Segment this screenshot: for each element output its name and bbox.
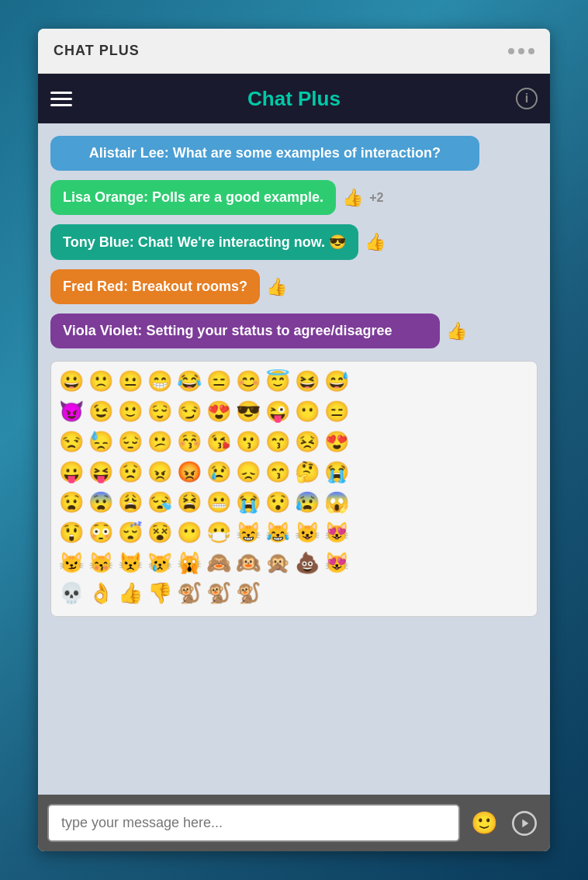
emoji-😸[interactable]: 😸 — [234, 519, 262, 546]
emoji-😝[interactable]: 😝 — [87, 459, 115, 486]
emoji-😱[interactable]: 😱 — [323, 489, 351, 516]
emoji-😞[interactable]: 😞 — [234, 459, 262, 486]
message-input[interactable] — [47, 804, 460, 842]
emoji-😈[interactable]: 😈 — [57, 398, 85, 425]
emoji-😭2[interactable]: 😭 — [234, 489, 262, 516]
emoji-😭[interactable]: 😭 — [323, 459, 351, 486]
emoji-😻[interactable]: 😻 — [323, 519, 351, 546]
emoji-😲[interactable]: 😲 — [57, 519, 85, 546]
emoji-😌[interactable]: 😌 — [146, 398, 174, 425]
message-text-viola: Viola Violet: Setting your status to agr… — [63, 323, 392, 338]
emoji-😂[interactable]: 😂 — [175, 368, 203, 395]
message-text-tony: Tony Blue: Chat! We're interacting now. … — [63, 234, 346, 250]
message-row-tony: Tony Blue: Chat! We're interacting now. … — [50, 224, 538, 260]
send-button[interactable] — [508, 807, 541, 840]
emoji-😏[interactable]: 😏 — [175, 398, 203, 425]
emoji-😪[interactable]: 😪 — [146, 489, 174, 516]
dot-3 — [528, 48, 534, 54]
message-row-viola: Viola Violet: Setting your status to agr… — [50, 314, 538, 348]
emoji-😚[interactable]: 😚 — [175, 428, 203, 456]
like-button-viola[interactable]: 👍 — [446, 321, 467, 341]
emoji-😁[interactable]: 😁 — [146, 368, 174, 395]
emoji-😴[interactable]: 😴 — [116, 519, 144, 546]
emoji-💩[interactable]: 💩 — [293, 549, 321, 577]
message-bubble-lisa: Lisa Orange: Polls are a good example. — [50, 180, 336, 215]
input-area: 🙂 — [38, 795, 550, 851]
emoji-👎[interactable]: 👎 — [146, 580, 174, 607]
emoji-🙀[interactable]: 🙀 — [175, 549, 203, 577]
emoji-🐒3[interactable]: 🐒 — [234, 580, 262, 607]
emoji-😙2[interactable]: 😙 — [264, 459, 292, 486]
emoji-😔[interactable]: 😔 — [116, 428, 144, 456]
like-count-lisa: +2 — [369, 191, 383, 205]
emoji-😘[interactable]: 😘 — [205, 428, 233, 456]
emoji-😺[interactable]: 😺 — [293, 519, 321, 546]
emoji-😽[interactable]: 😽 — [87, 549, 115, 577]
emoji-😒[interactable]: 😒 — [57, 428, 85, 456]
emoji-😐[interactable]: 😐 — [116, 368, 144, 395]
emoji-😨[interactable]: 😨 — [87, 489, 115, 516]
hamburger-line-2 — [50, 98, 72, 100]
emoji-😑[interactable]: 😑 — [205, 368, 233, 395]
emoji-😇[interactable]: 😇 — [264, 368, 292, 395]
emoji-🙈[interactable]: 🙈 — [205, 549, 233, 577]
emoji-😗[interactable]: 😗 — [234, 428, 262, 456]
emoji-😜[interactable]: 😜 — [264, 398, 292, 425]
emoji-😵[interactable]: 😵 — [146, 519, 174, 546]
emoji-🐒1[interactable]: 🐒 — [175, 580, 203, 607]
emoji-😬[interactable]: 😬 — [205, 489, 233, 516]
emoji-🙁[interactable]: 🙁 — [87, 368, 115, 395]
emoji-😼[interactable]: 😼 — [57, 549, 85, 577]
chat-area: Alistair Lee: What are some examples of … — [38, 123, 550, 795]
emoji-😢[interactable]: 😢 — [205, 459, 233, 486]
emoji-button[interactable]: 🙂 — [468, 807, 500, 840]
emoji-😧[interactable]: 😧 — [57, 489, 85, 516]
emoji-😓[interactable]: 😓 — [87, 428, 115, 456]
title-bar: CHAT PLUS — [38, 29, 550, 74]
emoji-😍[interactable]: 😍 — [205, 398, 233, 425]
emoji-😡[interactable]: 😡 — [175, 459, 203, 486]
emoji-😉[interactable]: 😉 — [87, 398, 115, 425]
emoji-😶2[interactable]: 😶 — [175, 519, 203, 546]
app-window: CHAT PLUS Chat Plus i Alistair Lee: What… — [38, 29, 550, 851]
like-button-tony[interactable]: 👍 — [365, 232, 386, 252]
emoji-😠[interactable]: 😠 — [146, 459, 174, 486]
emoji-🐒2[interactable]: 🐒 — [205, 580, 233, 607]
emoji-😊[interactable]: 😊 — [234, 368, 262, 395]
emoji-😣[interactable]: 😣 — [293, 428, 321, 456]
emoji-😆[interactable]: 😆 — [293, 368, 321, 395]
emoji-😷[interactable]: 😷 — [205, 519, 233, 546]
emoji-😎[interactable]: 😎 — [234, 398, 262, 425]
emoji-😿[interactable]: 😿 — [146, 549, 174, 577]
emoji-😑2[interactable]: 😑 — [323, 398, 351, 425]
emoji-😙[interactable]: 😙 — [264, 428, 292, 456]
emoji-row-2: 😈 😉 🙂 😌 😏 😍 😎 😜 😶 😑 — [57, 398, 531, 425]
emoji-😯[interactable]: 😯 — [264, 489, 292, 516]
emoji-😹[interactable]: 😹 — [264, 519, 292, 546]
info-icon[interactable]: i — [516, 88, 538, 109]
emoji-🙉[interactable]: 🙉 — [234, 549, 262, 577]
hamburger-menu[interactable] — [50, 92, 72, 106]
emoji-😶[interactable]: 😶 — [293, 398, 321, 425]
emoji-😛[interactable]: 😛 — [57, 459, 85, 486]
emoji-👍[interactable]: 👍 — [116, 580, 144, 607]
emoji-😅[interactable]: 😅 — [323, 368, 351, 395]
emoji-👌[interactable]: 👌 — [87, 580, 115, 607]
emoji-🤔[interactable]: 🤔 — [293, 459, 321, 486]
emoji-😀[interactable]: 😀 — [57, 368, 85, 395]
dot-1 — [508, 48, 514, 54]
emoji-🙂[interactable]: 🙂 — [116, 398, 144, 425]
emoji-💀[interactable]: 💀 — [57, 580, 85, 607]
emoji-😳[interactable]: 😳 — [87, 519, 115, 546]
emoji-😰[interactable]: 😰 — [293, 489, 321, 516]
emoji-😻2[interactable]: 😻 — [323, 549, 351, 577]
like-button-lisa[interactable]: 👍 — [342, 188, 363, 208]
emoji-😩[interactable]: 😩 — [116, 489, 144, 516]
like-button-fred[interactable]: 👍 — [266, 277, 287, 297]
emoji-😫[interactable]: 😫 — [175, 489, 203, 516]
emoji-😾[interactable]: 😾 — [116, 549, 144, 577]
emoji-😟[interactable]: 😟 — [116, 459, 144, 486]
emoji-😍2[interactable]: 😍 — [323, 428, 351, 456]
emoji-🙊[interactable]: 🙊 — [264, 549, 292, 577]
emoji-😕[interactable]: 😕 — [146, 428, 174, 456]
